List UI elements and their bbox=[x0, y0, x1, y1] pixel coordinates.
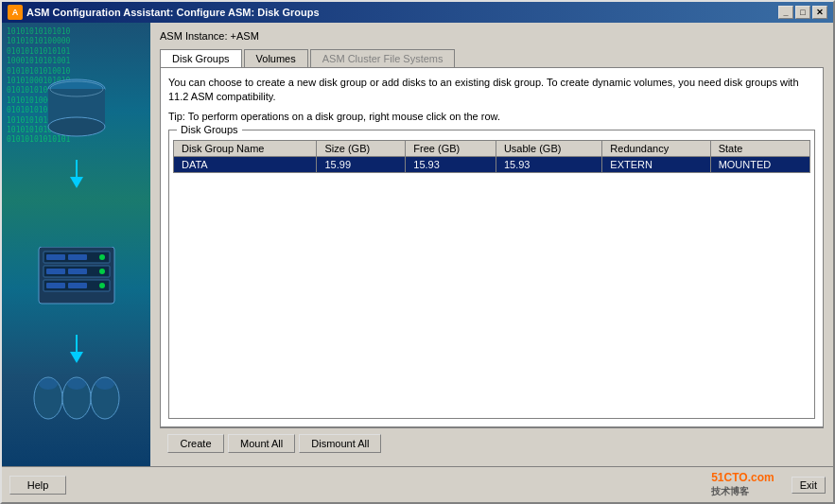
arrow-down-1 bbox=[67, 160, 86, 192]
help-button[interactable]: Help bbox=[9, 476, 66, 495]
instance-row: ASM Instance: +ASM bbox=[160, 30, 824, 42]
svg-rect-13 bbox=[46, 269, 65, 274]
disk-groups-table: Disk Group Name Size (GB) Free (GB) Usab… bbox=[173, 140, 810, 173]
maximize-button[interactable]: □ bbox=[795, 6, 810, 19]
main-layout: 10101010101010 10101010100000 0101010101… bbox=[2, 23, 833, 466]
watermark-text: 51CTO.com bbox=[711, 471, 774, 484]
cell-size: 15.99 bbox=[317, 156, 406, 172]
cell-free: 15.93 bbox=[406, 156, 496, 172]
watermark-sub: 技术博客 bbox=[711, 486, 749, 496]
mount-all-button[interactable]: Mount All bbox=[228, 434, 295, 453]
create-button[interactable]: Create bbox=[167, 434, 224, 453]
svg-rect-16 bbox=[46, 283, 65, 288]
svg-point-25 bbox=[67, 378, 86, 390]
content-area: ASM Instance: +ASM Disk Groups Volumes A… bbox=[150, 23, 833, 466]
col-header-name: Disk Group Name bbox=[174, 140, 317, 156]
instance-label: ASM Instance: bbox=[160, 30, 228, 42]
server-icon bbox=[34, 247, 119, 315]
drives-icon bbox=[29, 370, 124, 428]
tip-text: Tip: To perform operations on a disk gro… bbox=[168, 111, 815, 122]
col-header-state: State bbox=[710, 140, 809, 156]
title-bar-left: A ASM Configuration Assistant: Configure… bbox=[8, 5, 320, 20]
svg-rect-11 bbox=[68, 254, 87, 260]
svg-rect-14 bbox=[68, 269, 87, 274]
window-title: ASM Configuration Assistant: Configure A… bbox=[26, 7, 320, 18]
footer-bar: Help 51CTO.com 技术博客 Exit bbox=[2, 466, 833, 502]
svg-rect-10 bbox=[46, 254, 65, 260]
group-box-legend: Disk Groups bbox=[177, 124, 242, 135]
disk-groups-groupbox: Disk Groups Disk Group Name Size (GB) Fr… bbox=[168, 130, 815, 419]
tab-disk-groups[interactable]: Disk Groups bbox=[160, 49, 242, 67]
title-buttons: _ □ ✕ bbox=[778, 6, 827, 19]
svg-marker-5 bbox=[70, 177, 83, 188]
svg-point-18 bbox=[99, 283, 105, 288]
dismount-all-button[interactable]: Dismount All bbox=[299, 434, 381, 453]
bottom-buttons-left: Create Mount All Dismount All bbox=[167, 434, 381, 453]
sidebar-content: 10101010101010 10101010100000 0101010101… bbox=[2, 23, 150, 466]
svg-point-15 bbox=[99, 269, 105, 274]
tabs-container: Disk Groups Volumes ASM Cluster File Sys… bbox=[160, 49, 824, 67]
svg-rect-17 bbox=[68, 283, 87, 288]
table-header-row: Disk Group Name Size (GB) Free (GB) Usab… bbox=[174, 140, 810, 156]
tab-volumes[interactable]: Volumes bbox=[244, 49, 308, 67]
svg-point-26 bbox=[96, 378, 114, 390]
database-icon bbox=[39, 70, 114, 148]
bottom-bar: Create Mount All Dismount All bbox=[160, 427, 824, 459]
tab-asm-cluster[interactable]: ASM Cluster File Systems bbox=[310, 49, 456, 67]
col-header-usable: Usable (GB) bbox=[496, 140, 601, 156]
close-button[interactable]: ✕ bbox=[812, 6, 827, 19]
description-main: You can choose to create a new disk grou… bbox=[168, 76, 815, 105]
arrow-down-2 bbox=[67, 335, 86, 367]
svg-point-24 bbox=[39, 378, 58, 390]
title-bar: A ASM Configuration Assistant: Configure… bbox=[2, 2, 833, 23]
cell-usable: 15.93 bbox=[496, 156, 601, 172]
cell-state: MOUNTED bbox=[710, 156, 809, 172]
col-header-redundancy: Redundancy bbox=[602, 140, 710, 156]
minimize-button[interactable]: _ bbox=[778, 6, 793, 19]
svg-point-2 bbox=[48, 117, 105, 136]
svg-marker-20 bbox=[70, 352, 83, 363]
exit-button[interactable]: Exit bbox=[792, 477, 826, 494]
sidebar: 10101010101010 10101010100000 0101010101… bbox=[2, 23, 150, 466]
main-window: A ASM Configuration Assistant: Configure… bbox=[0, 0, 835, 504]
instance-value: +ASM bbox=[231, 30, 259, 42]
svg-point-12 bbox=[99, 254, 105, 260]
main-panel: You can choose to create a new disk grou… bbox=[160, 67, 824, 427]
col-header-size: Size (GB) bbox=[317, 140, 406, 156]
table-row[interactable]: DATA15.9915.9315.93EXTERNMOUNTED bbox=[174, 156, 810, 172]
cell-redundancy: EXTERN bbox=[602, 156, 710, 172]
cell-name: DATA bbox=[174, 156, 317, 172]
app-icon: A bbox=[8, 5, 23, 20]
col-header-free: Free (GB) bbox=[406, 140, 496, 156]
watermark: 51CTO.com 技术博客 bbox=[711, 471, 774, 498]
